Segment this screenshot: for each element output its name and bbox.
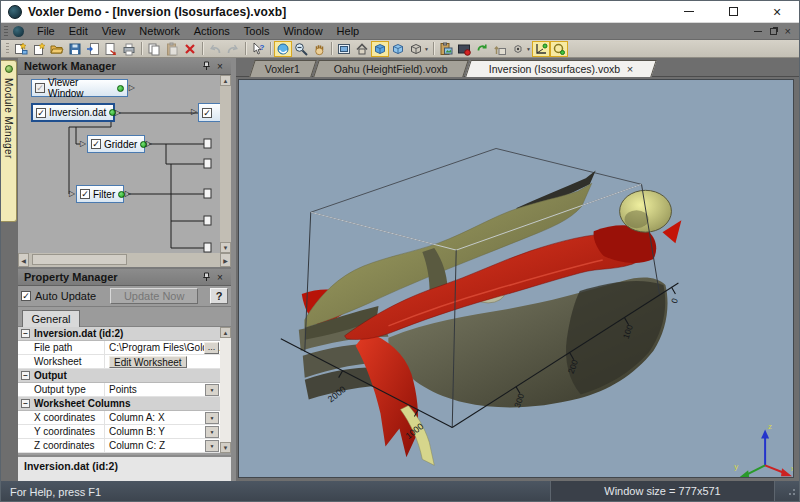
close-button[interactable]: × — [755, 1, 799, 22]
zoom-extents-button[interactable] — [335, 41, 353, 57]
save-button[interactable] — [66, 41, 84, 57]
grid-scrollbar[interactable]: ▲ ▼ — [220, 327, 231, 453]
scroll-right-button[interactable]: ▶ — [220, 253, 231, 267]
node-checkbox[interactable]: ✓ — [35, 83, 45, 93]
output-port-icon[interactable]: ▷ — [115, 109, 121, 117]
menu-network[interactable]: Network — [132, 23, 186, 39]
scroll-left-button[interactable]: ◀ — [18, 253, 29, 267]
zoom-tool-button[interactable] — [292, 41, 310, 57]
vertical-scrollbar[interactable] — [220, 86, 231, 242]
input-port-icon[interactable]: ▷ — [69, 190, 75, 198]
resize-grip[interactable] — [785, 485, 797, 499]
collapse-icon[interactable]: − — [21, 371, 30, 380]
menu-tools[interactable]: Tools — [237, 23, 277, 39]
menu-file[interactable]: File — [30, 23, 62, 39]
node-checkbox[interactable]: ✓ — [91, 139, 101, 149]
property-value[interactable]: Column B: Y▼ — [104, 425, 231, 438]
tab-close-icon[interactable]: × — [627, 65, 633, 74]
orbit-mode-button[interactable] — [550, 41, 568, 57]
dropdown-icon[interactable]: ▼ — [205, 384, 219, 396]
output-port-icon[interactable]: ▷ — [129, 84, 135, 92]
node-filter[interactable]: ▷ ✓ Filter ▷ — [76, 185, 124, 203]
delete-button[interactable] — [181, 41, 199, 57]
output-port-icon[interactable]: ▷ — [146, 140, 152, 148]
node-viewer-window[interactable]: ✓ Viewer Window ▷ — [31, 79, 128, 97]
property-value[interactable]: C:\Program Files\Golden...... — [104, 341, 231, 354]
auto-update-checkbox[interactable]: ✓ — [21, 291, 31, 301]
edit-worksheet-button[interactable]: Edit Worksheet — [109, 356, 187, 368]
mdi-restore-button[interactable] — [770, 28, 777, 35]
3d-viewport[interactable]: 2000 1000 300 200 100 0 x y z — [238, 79, 794, 478]
tab-general[interactable]: General — [22, 310, 80, 327]
dropdown-icon[interactable]: ▼ — [205, 426, 219, 438]
property-value[interactable]: Points▼ — [104, 383, 231, 396]
toolbar-grip[interactable] — [6, 43, 9, 55]
horizontal-scrollbar[interactable] — [29, 253, 220, 267]
new-module-button[interactable] — [30, 41, 48, 57]
help-button[interactable]: ? — [210, 288, 228, 304]
node-checkbox[interactable]: ✓ — [80, 189, 90, 199]
menu-help[interactable]: Help — [330, 23, 367, 39]
menu-actions[interactable]: Actions — [187, 23, 237, 39]
collapse-icon[interactable]: − — [21, 329, 30, 338]
node-inversion-dat[interactable]: ✓ Inversion.dat ▷ — [31, 103, 115, 122]
collapse-icon[interactable]: − — [21, 399, 30, 408]
scroll-up-button[interactable]: ▲ — [220, 75, 231, 86]
tab-voxler1[interactable]: Voxler1 — [249, 60, 317, 77]
wireframe-view-button[interactable] — [407, 41, 425, 57]
chevron-down-icon[interactable]: ▼ — [424, 46, 429, 52]
menu-window[interactable]: Window — [276, 23, 329, 39]
mdi-minimize-button[interactable] — [754, 31, 762, 32]
probe-button[interactable] — [509, 41, 527, 57]
show-axes-button[interactable] — [532, 41, 550, 57]
tab-inversion-isosurfaces[interactable]: Inversion (Isosurfaces).voxb× — [465, 60, 657, 77]
scroll-down-button[interactable]: ▼ — [220, 242, 231, 253]
toolbar-grip[interactable] — [4, 26, 8, 37]
node-checkbox[interactable]: ✓ — [36, 108, 46, 118]
paste-button[interactable] — [163, 41, 181, 57]
scroll-up-button[interactable]: ▲ — [220, 327, 231, 338]
refresh-modules-button[interactable] — [473, 41, 491, 57]
close-icon[interactable]: × — [213, 271, 227, 284]
dropdown-icon[interactable]: ▼ — [205, 440, 219, 452]
menu-view[interactable]: View — [95, 23, 133, 39]
dropdown-icon[interactable]: ▼ — [205, 412, 219, 424]
help-pointer-button[interactable]: ? — [249, 41, 267, 57]
print-button[interactable] — [120, 41, 138, 57]
node-gridder[interactable]: ▷ ✓ Gridder ▷ — [87, 135, 145, 153]
property-value[interactable]: Column A: X▼ — [104, 411, 231, 424]
mdi-close-button[interactable]: × — [785, 27, 791, 35]
input-port-icon[interactable]: ▷ — [80, 140, 86, 148]
minimize-button[interactable] — [667, 1, 711, 22]
rotate-view-button[interactable] — [274, 41, 292, 57]
menu-edit[interactable]: Edit — [62, 23, 95, 39]
pan-tool-button[interactable] — [310, 41, 328, 57]
copy-button[interactable] — [145, 41, 163, 57]
tab-module-manager[interactable]: Module Manager — [1, 60, 17, 222]
property-value[interactable]: Column C: Z▼ — [104, 439, 231, 452]
scroll-down-button[interactable]: ▼ — [220, 442, 231, 453]
update-now-button[interactable]: Update Now — [110, 288, 198, 304]
redo-button[interactable] — [224, 41, 242, 57]
copy-image-button[interactable] — [437, 41, 455, 57]
close-icon[interactable]: × — [213, 60, 227, 73]
property-group[interactable]: − Output — [18, 369, 231, 383]
new-network-button[interactable] — [12, 41, 30, 57]
input-port-icon[interactable]: ▷ — [191, 108, 197, 116]
open-button[interactable] — [48, 41, 66, 57]
promote-module-button[interactable] — [491, 41, 509, 57]
node-hidden-module[interactable]: ▷ ✓ — [198, 103, 220, 122]
browse-button[interactable]: ... — [204, 342, 219, 354]
pin-icon[interactable] — [199, 271, 213, 284]
perspective-view-button[interactable] — [371, 41, 389, 57]
chevron-down-icon[interactable]: ▼ — [526, 46, 531, 52]
undo-button[interactable] — [206, 41, 224, 57]
property-group[interactable]: − Inversion.dat (id:2) — [18, 327, 231, 341]
output-port-icon[interactable]: ▷ — [125, 190, 131, 198]
maximize-button[interactable] — [711, 1, 755, 22]
node-checkbox[interactable]: ✓ — [202, 108, 212, 118]
scrollbar-thumb[interactable] — [32, 254, 127, 265]
tab-oahu-heightfield[interactable]: Oahu (HeightField).voxb — [313, 60, 469, 77]
export-button[interactable] — [102, 41, 120, 57]
property-group[interactable]: − Worksheet Columns — [18, 397, 231, 411]
